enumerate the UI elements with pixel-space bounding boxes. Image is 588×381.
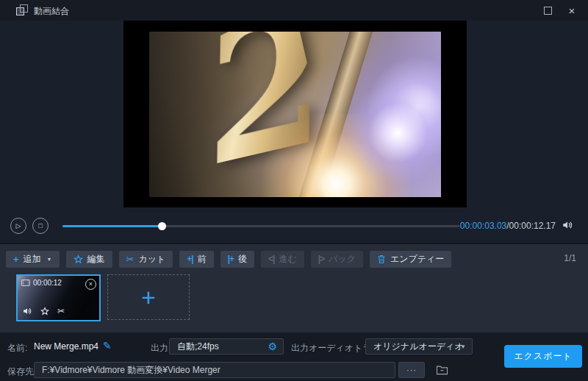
insert-after-button[interactable]: |+ 後	[220, 251, 254, 268]
insert-before-icon: +|	[187, 254, 193, 264]
caret-down-icon: ▼	[47, 257, 52, 262]
clip-cut-icon[interactable]: ✂	[57, 306, 65, 316]
maximize-icon	[544, 7, 552, 15]
stop-button[interactable]: □	[32, 218, 49, 234]
seek-progress	[62, 225, 162, 227]
volume-button[interactable]	[562, 220, 573, 230]
play-icon: ▷	[16, 223, 21, 229]
open-folder-button[interactable]	[432, 363, 451, 377]
add-label: 追加	[24, 253, 41, 266]
empty-button[interactable]: エンプティー	[370, 251, 451, 268]
magic-wand-icon	[74, 254, 83, 264]
plus-icon: +	[13, 254, 19, 264]
add-clip-placeholder[interactable]: +	[107, 274, 190, 320]
move-forward-label: 進む	[279, 253, 296, 266]
gear-icon[interactable]: ⚙	[268, 341, 277, 352]
move-back-icon: |>	[318, 254, 324, 264]
edit-button[interactable]: 編集	[66, 251, 112, 268]
clip-strip: 00:00:12 × ✂	[16, 274, 190, 321]
clip-remove-button[interactable]: ×	[85, 279, 96, 290]
edit-label: 編集	[87, 253, 105, 266]
scissors-icon: ✂	[126, 254, 135, 264]
window-title: 動画結合	[34, 5, 69, 18]
export-button[interactable]: エクスポート	[504, 345, 582, 368]
film-icon	[21, 279, 30, 286]
cut-label: カット	[138, 253, 165, 266]
browse-button[interactable]: ···	[398, 362, 425, 378]
plus-icon: +	[141, 286, 156, 308]
close-icon: ×	[89, 281, 93, 288]
play-button[interactable]: ▷	[10, 218, 26, 234]
name-label: 名前:	[7, 342, 27, 355]
name-value: New Merge.mp4	[34, 341, 98, 352]
clip-audio-icon[interactable]	[22, 307, 32, 316]
toolbar: + 追加 ▼ 編集 ✂ カット +| 前 |+	[6, 251, 451, 268]
seek-slider[interactable]	[62, 220, 459, 232]
workspace: + 追加 ▼ 編集 ✂ カット +| 前 |+	[0, 244, 588, 332]
close-icon: ×	[569, 5, 576, 16]
output-format-value: 自動;24fps	[170, 341, 219, 353]
close-button[interactable]: ×	[566, 4, 578, 16]
insert-after-label: 後	[238, 253, 247, 266]
video-merger-window: 動画結合 × 2 ▷ □ 00:00:03.03/00:00:12.17	[0, 0, 588, 381]
save-destination-label: 保存先:	[7, 366, 36, 378]
seek-handle[interactable]	[158, 222, 166, 230]
insert-before-button[interactable]: +| 前	[179, 251, 213, 268]
maximize-button[interactable]	[542, 4, 553, 16]
add-button[interactable]: + 追加 ▼	[6, 251, 60, 268]
output-format-field[interactable]: 自動;24fps ⚙	[169, 338, 284, 355]
current-time: 00:00:03.03	[460, 221, 506, 231]
output-label: 出力:	[151, 342, 171, 355]
save-path-value: F:¥Vidmore¥Vidmore 動画変換¥Video Merger	[35, 364, 220, 377]
audio-track-select[interactable]: オリジナルオーディオ ▼	[365, 338, 473, 355]
cut-button[interactable]: ✂ カット	[119, 251, 173, 268]
lens-flare-right	[343, 78, 441, 188]
trash-icon	[377, 254, 386, 264]
save-path-field[interactable]: F:¥Vidmore¥Vidmore 動画変換¥Video Merger	[34, 362, 395, 378]
preview-area: 2	[0, 21, 588, 210]
move-back-button[interactable]: |> バック	[311, 251, 363, 268]
folder-icon	[436, 365, 448, 375]
player-bar: ▷ □ 00:00:03.03/00:00:12.17	[0, 210, 588, 244]
merge-app-icon	[16, 4, 28, 15]
audio-track-value: オリジナルオーディオ	[366, 341, 464, 353]
insert-before-label: 前	[198, 253, 207, 266]
caret-down-icon: ▼	[460, 343, 466, 350]
time-display: 00:00:03.03/00:00:12.17	[460, 221, 556, 231]
empty-label: エンプティー	[390, 253, 444, 266]
clip-edit-icon[interactable]	[40, 307, 49, 316]
output-settings-panel: 名前: New Merge.mp4 ✎ 出力: 自動;24fps ⚙ 出力オーデ…	[0, 332, 588, 381]
move-forward-icon: <|	[268, 254, 274, 264]
total-time: /00:00:12.17	[506, 221, 556, 231]
clip-duration: 00:00:12	[33, 279, 62, 287]
clip-item[interactable]: 00:00:12 × ✂	[16, 274, 101, 321]
stop-icon: □	[38, 223, 42, 229]
move-forward-button[interactable]: <| 進む	[261, 251, 304, 268]
edit-name-button[interactable]: ✎	[103, 340, 112, 352]
insert-after-icon: |+	[228, 254, 234, 264]
move-back-label: バック	[329, 253, 356, 266]
speaker-icon	[562, 220, 573, 230]
video-letterbox: 2	[123, 21, 467, 207]
titlebar: 動画結合 ×	[0, 0, 588, 21]
page-indicator: 1/1	[564, 253, 576, 263]
video-frame: 2	[149, 32, 441, 197]
